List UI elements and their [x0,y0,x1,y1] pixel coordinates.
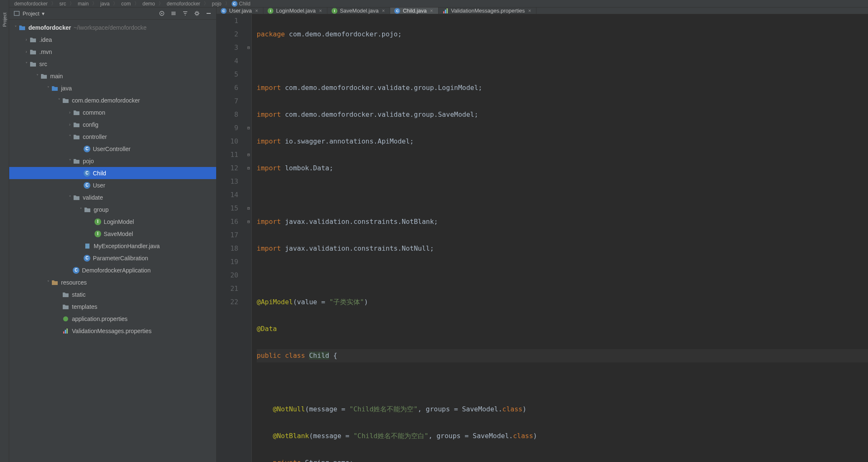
chevron-down-icon[interactable]: ˅ [67,195,73,200]
class-icon: C [84,170,90,177]
crumb[interactable]: main [76,1,90,7]
tree-label: com.demo.demofordocker [72,97,140,104]
locate-icon[interactable] [158,10,165,17]
tree-item-appprops[interactable]: application.properties [9,313,216,325]
interface-icon: I [94,231,101,237]
tree-item-java[interactable]: ˅ java [9,82,216,94]
tree-item-main[interactable]: ˅ main [9,70,216,82]
chevron-right-icon[interactable]: › [67,122,73,127]
tree-label: LoginModel [104,218,134,225]
class-icon: C [394,8,400,14]
tree-item-group[interactable]: ˅ group [9,203,216,216]
tab-user[interactable]: C User.java × [217,8,263,14]
tree-item-child[interactable]: C Child [9,167,216,179]
project-selector[interactable]: Project ▾ [13,10,45,17]
package-icon [73,109,80,116]
code-editor[interactable]: 12345678910111213141516171819202122 ⊟ ⊟ … [217,14,868,462]
crumb[interactable]: com [120,1,133,7]
chevron-down-icon[interactable]: ˅ [56,98,62,103]
class-icon: C [221,8,227,14]
package-icon [84,206,91,213]
crumb[interactable]: demo [141,1,157,7]
code-content[interactable]: package com.demo.demofordocker.pojo; imp… [252,14,868,462]
chevron-down-icon[interactable]: ˅ [13,25,18,30]
crumb[interactable]: Child [237,1,252,7]
module-icon [18,24,26,31]
interface-icon: I [268,8,273,14]
close-icon[interactable]: × [527,8,532,14]
crumb[interactable]: demofordocker [13,1,49,7]
tab-label: SaveModel.java [340,8,379,14]
chevron-down-icon[interactable]: ˅ [23,62,29,66]
chevron-right-icon[interactable]: › [67,110,73,115]
close-icon[interactable]: × [318,8,323,14]
tree-item-idea[interactable]: › .idea [9,33,216,46]
tree-label: main [50,73,63,80]
gear-icon[interactable] [194,10,200,17]
tab-label: Child.java [403,8,426,14]
svg-point-3 [196,12,198,15]
chevron-down-icon[interactable]: ˅ [78,207,84,212]
tree-item-pojo[interactable]: ˅ pojo [9,155,216,167]
tab-validationmessages[interactable]: ValidationMessages.properties × [439,8,537,14]
close-icon[interactable]: × [429,8,434,14]
sidebar-header: Project ▾ [9,8,216,20]
tree-item-controller[interactable]: ˅ controller [9,131,216,143]
chevron-down-icon[interactable]: ˅ [34,74,40,78]
svg-point-2 [161,13,163,14]
interface-icon: I [332,8,337,14]
tree-item-src[interactable]: ˅ src [9,58,216,70]
tree-item-validate[interactable]: ˅ validate [9,191,216,203]
tab-child[interactable]: C Child.java × [390,8,438,14]
tree-item-package[interactable]: ˅ com.demo.demofordocker [9,94,216,106]
crumb[interactable]: java [99,1,111,7]
tab-savemodel[interactable]: I SaveModel.java × [327,8,391,14]
crumb[interactable]: demofordocker [165,1,202,7]
collapse-all-icon[interactable] [182,10,189,17]
crumb[interactable]: src [58,1,68,7]
tree-item-mvn[interactable]: › .mvn [9,46,216,58]
tree-item-static[interactable]: static [9,288,216,300]
folder-icon [29,48,37,56]
fold-gutter[interactable]: ⊟ ⊟ ⊟⊟ ⊟⊟ [246,14,252,462]
folder-icon [29,36,37,44]
hide-icon[interactable] [205,10,212,17]
tree-item-templates[interactable]: templates [9,300,216,313]
tree-label: demofordocker [28,24,71,31]
expand-all-icon[interactable] [170,10,177,17]
class-icon: C [84,255,90,262]
tab-label: ValidationMessages.properties [451,8,525,14]
tab-loginmodel[interactable]: I LoginModel.java × [263,8,327,14]
chevron-down-icon[interactable]: ˅ [45,280,51,285]
project-tree[interactable]: ˅ demofordocker ~/iworkspace/demofordock… [9,20,216,462]
package-icon [62,97,69,104]
close-icon[interactable]: × [254,8,259,14]
tree-root[interactable]: ˅ demofordocker ~/iworkspace/demofordock… [9,21,216,33]
tree-item-valmsg[interactable]: ValidationMessages.properties [9,325,216,337]
crumb[interactable]: pojo [210,1,223,7]
chevron-down-icon[interactable]: ˅ [67,159,73,163]
tree-item-user[interactable]: C User [9,179,216,191]
tree-item-usercontroller[interactable]: C UserController [9,143,216,155]
tree-item-resources[interactable]: ˅ resources [9,276,216,288]
tree-item-config[interactable]: › config [9,118,216,131]
chevron-down-icon[interactable]: ˅ [45,86,51,90]
tree-item-demoapp[interactable]: C DemofordockerApplication [9,264,216,276]
tree-item-savemodel[interactable]: I SaveModel [9,228,216,240]
tree-label: common [83,109,105,116]
chevron-right-icon[interactable]: › [23,37,29,42]
tree-item-exhandler[interactable]: MyExceptionHandler.java [9,240,216,252]
tree-label: .idea [39,36,52,43]
folder-icon [62,303,69,311]
tree-item-paramcal[interactable]: C ParameterCalibration [9,252,216,264]
tree-label: group [94,206,109,213]
tree-item-loginmodel[interactable]: I LoginModel [9,216,216,228]
folder-icon [40,72,48,80]
project-tool-button[interactable]: Project [2,13,7,27]
folder-icon [62,291,69,298]
tree-item-common[interactable]: › common [9,106,216,118]
chevron-down-icon[interactable]: ˅ [67,134,73,139]
close-icon[interactable]: × [381,8,385,14]
tree-label: ValidationMessages.properties [72,328,151,334]
chevron-right-icon[interactable]: › [23,49,29,54]
